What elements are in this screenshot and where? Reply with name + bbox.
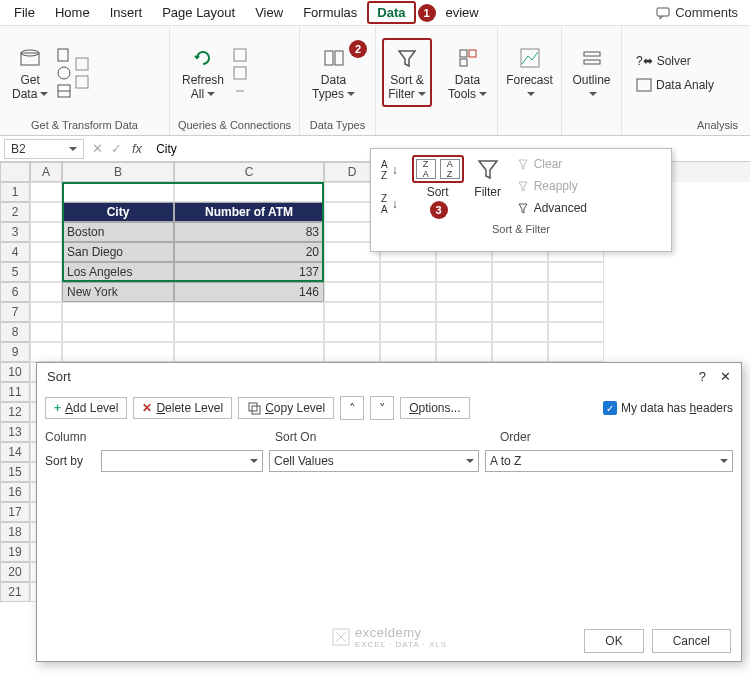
- row-header[interactable]: 14: [0, 442, 30, 462]
- get-data-button[interactable]: Get Data: [6, 40, 54, 104]
- row-header[interactable]: 8: [0, 322, 30, 342]
- cell[interactable]: San Diego: [62, 242, 174, 262]
- cell[interactable]: [492, 342, 548, 362]
- cell[interactable]: [62, 322, 174, 342]
- cell[interactable]: [492, 302, 548, 322]
- cell[interactable]: [492, 322, 548, 342]
- cell[interactable]: [380, 302, 436, 322]
- cell[interactable]: Boston: [62, 222, 174, 242]
- tab-page-layout[interactable]: Page Layout: [152, 1, 245, 24]
- edit-links-icon[interactable]: [232, 83, 248, 99]
- row-header[interactable]: 20: [0, 562, 30, 582]
- cell[interactable]: [380, 282, 436, 302]
- cell[interactable]: [324, 322, 380, 342]
- advanced-button[interactable]: Advanced: [512, 199, 591, 217]
- cell[interactable]: New York: [62, 282, 174, 302]
- fx-button[interactable]: fx: [126, 141, 148, 156]
- row-header[interactable]: 1: [0, 182, 30, 202]
- sort-desc-button[interactable]: ZA↓: [377, 191, 402, 217]
- cell[interactable]: [30, 322, 62, 342]
- cell[interactable]: [30, 242, 62, 262]
- cell[interactable]: [436, 262, 492, 282]
- tab-data[interactable]: Data: [367, 1, 415, 24]
- tab-formulas[interactable]: Formulas: [293, 1, 367, 24]
- row-header[interactable]: 7: [0, 302, 30, 322]
- select-all-corner[interactable]: [0, 162, 30, 182]
- cell[interactable]: [548, 302, 604, 322]
- cell[interactable]: [30, 302, 62, 322]
- cell[interactable]: 20: [174, 242, 324, 262]
- cell[interactable]: [380, 342, 436, 362]
- sort-button[interactable]: Sort: [427, 185, 449, 199]
- solver-button[interactable]: ?⬌ Solver: [632, 52, 718, 70]
- cell[interactable]: [492, 262, 548, 282]
- cell[interactable]: [380, 322, 436, 342]
- from-text-icon[interactable]: [56, 47, 72, 63]
- row-header[interactable]: 13: [0, 422, 30, 442]
- tab-view[interactable]: View: [245, 1, 293, 24]
- row-header[interactable]: 18: [0, 522, 30, 542]
- data-types-button[interactable]: 2 Data Types: [306, 40, 361, 104]
- cell[interactable]: [436, 302, 492, 322]
- delete-level-button[interactable]: ✕Delete Level: [133, 397, 232, 419]
- reapply-button[interactable]: Reapply: [512, 177, 591, 195]
- data-analysis-button[interactable]: Data Analy: [632, 76, 718, 94]
- dialog-help-button[interactable]: ?: [699, 369, 706, 384]
- enter-formula-icon[interactable]: ✓: [107, 141, 126, 156]
- from-web-icon[interactable]: [56, 65, 72, 81]
- dialog-close-button[interactable]: ✕: [720, 369, 731, 384]
- cell[interactable]: 146: [174, 282, 324, 302]
- cell[interactable]: [62, 302, 174, 322]
- row-header[interactable]: 5: [0, 262, 30, 282]
- row-header[interactable]: 15: [0, 462, 30, 482]
- cell[interactable]: [324, 302, 380, 322]
- cell[interactable]: [324, 282, 380, 302]
- row-header[interactable]: 4: [0, 242, 30, 262]
- row-header[interactable]: 19: [0, 542, 30, 562]
- col-header-b[interactable]: B: [62, 162, 174, 182]
- clear-button[interactable]: Clear: [512, 155, 591, 173]
- filter-button[interactable]: Filter: [474, 185, 501, 199]
- name-box[interactable]: B2: [4, 139, 84, 159]
- cell[interactable]: [62, 342, 174, 362]
- cancel-button[interactable]: Cancel: [652, 629, 731, 653]
- cell[interactable]: 83: [174, 222, 324, 242]
- cell[interactable]: [548, 342, 604, 362]
- cell[interactable]: [30, 182, 62, 202]
- cell[interactable]: City: [62, 202, 174, 222]
- sort-asc-button[interactable]: AZ↓: [377, 157, 402, 183]
- row-header[interactable]: 21: [0, 582, 30, 602]
- cell[interactable]: [380, 262, 436, 282]
- cell[interactable]: [174, 322, 324, 342]
- col-header-c[interactable]: C: [174, 162, 324, 182]
- tab-file[interactable]: File: [4, 1, 45, 24]
- cell[interactable]: [492, 282, 548, 302]
- cell[interactable]: [30, 262, 62, 282]
- options-button[interactable]: Options...: [400, 397, 469, 419]
- cell[interactable]: [174, 302, 324, 322]
- add-level-button[interactable]: +Add Level: [45, 397, 127, 419]
- row-header[interactable]: 3: [0, 222, 30, 242]
- move-up-button[interactable]: ˄: [340, 396, 364, 420]
- sort-by-select[interactable]: [101, 450, 263, 472]
- tab-home[interactable]: Home: [45, 1, 100, 24]
- cell[interactable]: [30, 282, 62, 302]
- cell[interactable]: 137: [174, 262, 324, 282]
- cell[interactable]: Number of ATM: [174, 202, 324, 222]
- comments-button[interactable]: Comments: [655, 5, 746, 21]
- cell[interactable]: [436, 342, 492, 362]
- cell[interactable]: [174, 342, 324, 362]
- row-header[interactable]: 10: [0, 362, 30, 382]
- cell[interactable]: [548, 282, 604, 302]
- from-table-icon[interactable]: [56, 83, 72, 99]
- order-select[interactable]: A to Z: [485, 450, 733, 472]
- outline-button[interactable]: Outline: [568, 40, 615, 104]
- cell[interactable]: [324, 342, 380, 362]
- sort-on-select[interactable]: Cell Values: [269, 450, 479, 472]
- sort-filter-button[interactable]: Sort & Filter: [382, 38, 432, 106]
- cell[interactable]: [548, 322, 604, 342]
- cell[interactable]: [30, 342, 62, 362]
- row-header[interactable]: 2: [0, 202, 30, 222]
- properties-icon[interactable]: [232, 65, 248, 81]
- copy-level-button[interactable]: Copy Level: [238, 397, 334, 419]
